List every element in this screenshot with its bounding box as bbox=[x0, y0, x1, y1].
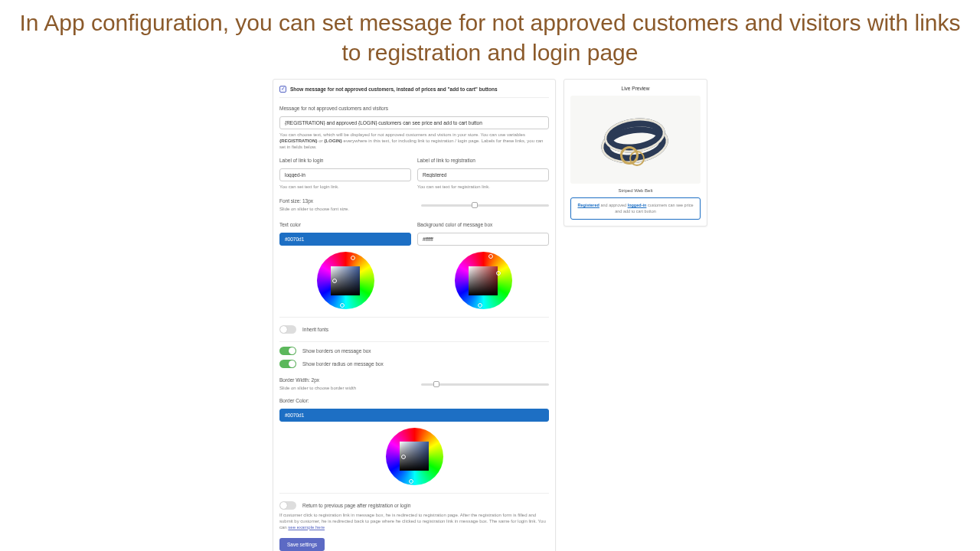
preview-message-box: Registered and approved logged-in custom… bbox=[570, 197, 701, 220]
return-prev-toggle[interactable] bbox=[279, 501, 296, 510]
font-size-row: Font size: 13px Slide on slider to choos… bbox=[279, 198, 549, 213]
bg-color-label: Background color of message box bbox=[417, 222, 549, 227]
message-input[interactable] bbox=[279, 116, 549, 129]
border-width-label: Border Width: 2px bbox=[279, 377, 413, 383]
login-link-label: Label of link to login bbox=[279, 158, 411, 163]
reg-link-input[interactable] bbox=[417, 168, 549, 181]
config-container: Show message for not approved customers,… bbox=[0, 79, 980, 551]
return-prev-toggle-row: Return to previous page after registrati… bbox=[279, 501, 549, 510]
bg-color-input[interactable] bbox=[417, 233, 549, 246]
border-width-row: Border Width: 2px Slide on slider to cho… bbox=[279, 377, 549, 392]
show-radius-toggle[interactable] bbox=[279, 360, 296, 368]
settings-panel: Show message for not approved customers,… bbox=[273, 79, 556, 551]
border-width-slider[interactable] bbox=[421, 383, 549, 386]
message-label: Message for not approved customers and v… bbox=[279, 106, 549, 111]
show-message-label: Show message for not approved customers,… bbox=[290, 86, 498, 92]
live-preview-panel: Live Preview Striped Web Belt Registered… bbox=[564, 79, 707, 227]
return-prev-help: If customer click to registration link i… bbox=[279, 513, 549, 530]
show-borders-toggle-row: Show borders on message box bbox=[279, 347, 549, 355]
border-color-input[interactable] bbox=[279, 409, 549, 422]
font-size-slider[interactable] bbox=[421, 204, 549, 207]
slider-thumb[interactable] bbox=[433, 381, 439, 387]
text-color-label: Text color bbox=[279, 222, 411, 227]
preview-title: Live Preview bbox=[570, 86, 701, 91]
save-button[interactable]: Save settings bbox=[279, 538, 325, 551]
checkbox-icon bbox=[279, 86, 286, 93]
page-title: In App configuration, you can set messag… bbox=[0, 0, 980, 75]
see-example-link[interactable]: see example here bbox=[288, 525, 325, 530]
inherit-fonts-toggle-row: Inherit fonts bbox=[279, 325, 549, 334]
bg-color-picker[interactable] bbox=[455, 252, 512, 309]
login-link-help: You can set text for login link. bbox=[279, 184, 411, 189]
show-radius-label: Show border radius on message box bbox=[302, 361, 384, 367]
show-radius-toggle-row: Show border radius on message box bbox=[279, 360, 549, 368]
inherit-fonts-toggle[interactable] bbox=[279, 325, 296, 334]
border-color-picker[interactable] bbox=[386, 428, 443, 485]
show-message-checkbox-row[interactable]: Show message for not approved customers,… bbox=[279, 86, 549, 98]
border-width-help: Slide on slider to choose border width bbox=[279, 386, 413, 392]
show-borders-toggle[interactable] bbox=[279, 347, 296, 355]
login-link-input[interactable] bbox=[279, 168, 411, 181]
link-labels-row: Label of link to login You can set text … bbox=[279, 158, 549, 189]
reg-link-label: Label of link to registration bbox=[417, 158, 549, 163]
show-borders-label: Show borders on message box bbox=[302, 348, 371, 354]
inherit-fonts-label: Inherit fonts bbox=[302, 327, 328, 332]
font-size-help: Slide on slider to choose font size. bbox=[279, 207, 413, 213]
message-help: You can choose text, which will be displ… bbox=[279, 132, 549, 150]
slider-thumb[interactable] bbox=[472, 202, 478, 208]
return-prev-label: Return to previous page after registrati… bbox=[302, 503, 410, 508]
product-image bbox=[570, 96, 701, 184]
preview-reg-link[interactable]: Registered bbox=[577, 203, 599, 207]
border-color-label: Border Color: bbox=[279, 398, 549, 403]
preview-login-link[interactable]: logged-in bbox=[628, 203, 647, 207]
text-color-picker[interactable] bbox=[317, 252, 374, 309]
product-name: Striped Web Belt bbox=[570, 188, 701, 193]
font-size-label: Font size: 13px bbox=[279, 198, 413, 204]
color-row: Text color Background color of message b… bbox=[279, 222, 549, 309]
reg-link-help: You can set text for registration link. bbox=[417, 184, 549, 189]
text-color-input[interactable] bbox=[279, 233, 411, 246]
